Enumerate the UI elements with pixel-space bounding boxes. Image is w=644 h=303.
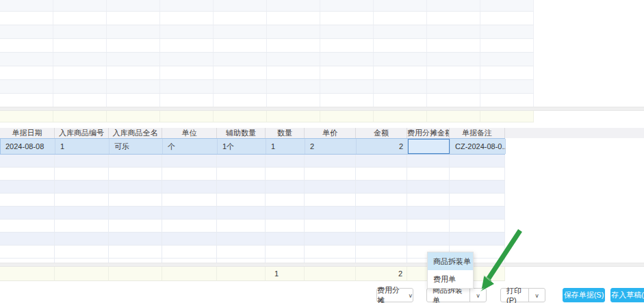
split-order-dropdown-button[interactable]: ∨ <box>469 289 486 302</box>
table-row[interactable] <box>0 155 505 168</box>
upper-table-row[interactable] <box>0 53 534 66</box>
chevron-down-icon: ∨ <box>408 292 413 298</box>
column-header-qty[interactable]: 数量 <box>266 128 305 138</box>
cell-item-code[interactable]: 1 <box>55 139 110 154</box>
summary-qty-total: 1 <box>266 267 305 280</box>
chevron-down-icon: ∨ <box>534 292 539 298</box>
fee-allocation-button[interactable]: 费用分摊 ∨ <box>376 288 413 302</box>
print-dropdown-button[interactable]: ∨ <box>528 289 545 302</box>
split-order-button[interactable]: 商品拆装单 <box>427 289 469 302</box>
save-draft-button[interactable]: 存入草稿(D) <box>610 288 644 302</box>
upper-table-row[interactable] <box>0 25 534 39</box>
table-row[interactable] <box>0 207 505 220</box>
table-row[interactable] <box>0 194 505 207</box>
cell-aux-qty[interactable]: 1个 <box>218 139 266 154</box>
cell-remark[interactable]: CZ-2024-08-0... <box>450 139 506 154</box>
cell-bill-date[interactable]: 2024-08-08 <box>1 139 55 154</box>
upper-table <box>0 0 534 107</box>
detail-empty-rows <box>0 155 505 263</box>
column-header-item-code[interactable]: 入库商品编号 <box>55 128 109 138</box>
split-order-menu: 商品拆装单 费用单 <box>427 252 474 289</box>
summary-amount-total: 2 <box>356 267 407 280</box>
upper-table-row[interactable] <box>0 0 534 12</box>
upper-table-row[interactable] <box>0 94 534 107</box>
table-row[interactable] <box>0 181 505 194</box>
detail-summary-row: 1 2 <box>0 267 644 281</box>
column-header-remark[interactable]: 单据备注 <box>450 128 505 138</box>
detail-table-header: 单据日期 入库商品编号 入库商品全名 单位 辅助数量 数量 单价 金额 费用分摊… <box>0 128 644 138</box>
cell-unit-price[interactable]: 2 <box>305 139 357 154</box>
menu-item-split-order[interactable]: 商品拆装单 <box>428 252 473 270</box>
upper-summary-row <box>0 111 534 122</box>
upper-table-row[interactable] <box>0 66 534 80</box>
chevron-down-icon: ∨ <box>476 292 480 298</box>
upper-table-row[interactable] <box>0 80 534 94</box>
print-split-button: 打印(P) ∨ <box>500 288 545 302</box>
cell-qty[interactable]: 1 <box>266 139 305 154</box>
upper-table-row[interactable] <box>0 39 534 53</box>
column-header-fee-allocation[interactable]: 费用分摊金额 <box>407 128 450 138</box>
column-header-unit-price[interactable]: 单价 <box>305 128 356 138</box>
save-button[interactable]: 保存单据(S) <box>563 288 605 302</box>
selected-data-row[interactable]: 2024-08-08 1 可乐 个 1个 1 2 2 CZ-2024-08-0.… <box>0 138 644 155</box>
column-header-amount[interactable]: 金额 <box>356 128 407 138</box>
split-order-split-button: 商品拆装单 ∨ <box>426 288 487 302</box>
cell-amount[interactable]: 2 <box>357 139 408 154</box>
table-row[interactable] <box>0 220 505 233</box>
cell-fee-allocation-focused[interactable] <box>408 139 450 154</box>
column-header-aux-qty[interactable]: 辅助数量 <box>217 128 266 138</box>
column-header-item-name[interactable]: 入库商品全名 <box>109 128 162 138</box>
table-row[interactable] <box>0 168 505 181</box>
table-row[interactable] <box>0 233 505 246</box>
column-header-bill-date[interactable]: 单据日期 <box>0 128 55 138</box>
print-button[interactable]: 打印(P) <box>501 289 528 302</box>
upper-table-row[interactable] <box>0 12 534 25</box>
cell-unit[interactable]: 个 <box>163 139 218 154</box>
stock-in-form-screen: 单据日期 入库商品编号 入库商品全名 单位 辅助数量 数量 单价 金额 费用分摊… <box>0 0 644 303</box>
column-header-unit[interactable]: 单位 <box>162 128 217 138</box>
menu-item-fee-bill[interactable]: 费用单 <box>428 270 473 288</box>
cell-item-name[interactable]: 可乐 <box>110 139 163 154</box>
